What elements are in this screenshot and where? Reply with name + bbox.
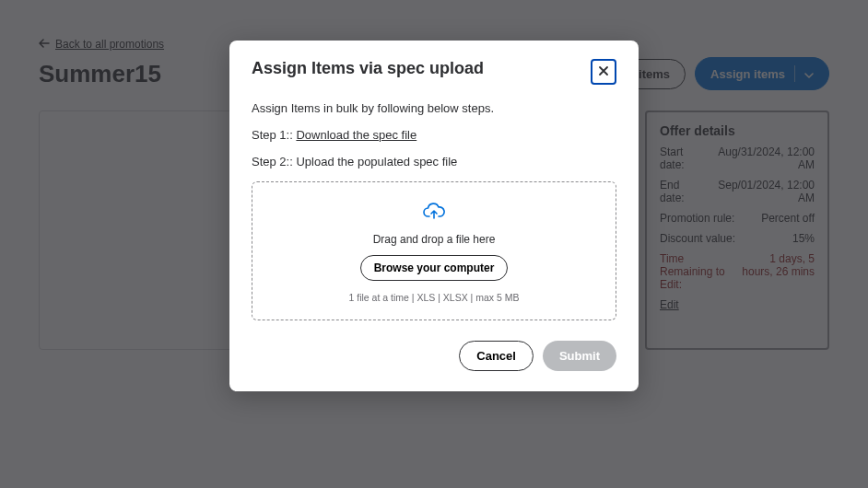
step1-prefix: Step 1:: (252, 128, 296, 142)
drop-text: Drag and drop a file here (373, 233, 496, 246)
file-dropzone[interactable]: Drag and drop a file here Browse your co… (252, 181, 616, 320)
modal-overlay[interactable]: Assign Items via spec upload Assign Item… (0, 0, 868, 488)
close-icon (598, 65, 609, 79)
modal-header: Assign Items via spec upload (252, 59, 616, 85)
browse-computer-button[interactable]: Browse your computer (360, 255, 509, 281)
cloud-upload-icon (422, 203, 446, 224)
cancel-button[interactable]: Cancel (459, 341, 534, 371)
step-2: Step 2:: Upload the populated spec file (252, 155, 616, 168)
assign-items-modal: Assign Items via spec upload Assign Item… (229, 41, 639, 391)
close-button[interactable] (591, 59, 616, 85)
file-hint: 1 file at a time | XLS | XLSX | max 5 MB (348, 292, 519, 303)
modal-body: Assign Items in bulk by following below … (252, 101, 616, 320)
submit-button[interactable]: Submit (543, 341, 616, 371)
modal-intro: Assign Items in bulk by following below … (252, 101, 616, 115)
modal-title: Assign Items via spec upload (252, 59, 484, 78)
download-spec-link[interactable]: Download the spec file (296, 128, 416, 142)
modal-footer: Cancel Submit (252, 341, 616, 371)
step-1: Step 1:: Download the spec file (252, 128, 616, 142)
